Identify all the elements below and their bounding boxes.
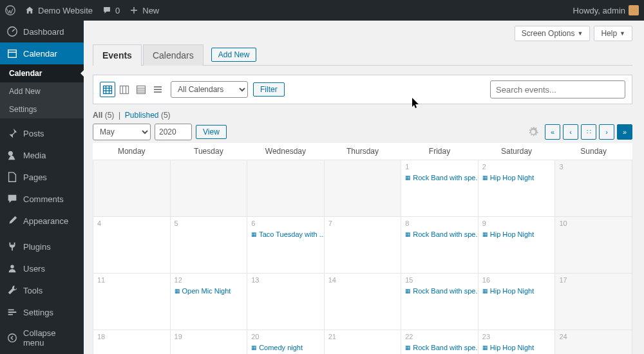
- sidebar-item-collapse-menu[interactable]: Collapse menu: [0, 323, 84, 353]
- sidebar-item-dashboard[interactable]: Dashboard: [0, 21, 84, 42]
- calendar-cell[interactable]: 10: [555, 217, 632, 274]
- event-title: Rock Band with spe...: [413, 174, 478, 182]
- sidebar-item-tools[interactable]: Tools: [0, 279, 84, 301]
- day-number: 10: [555, 217, 632, 230]
- svg-rect-2: [8, 50, 17, 58]
- calendar-cell[interactable]: 24: [555, 330, 632, 355]
- calendar-cell[interactable]: 5: [170, 217, 247, 274]
- page-icon: [6, 171, 18, 183]
- pager-next-button[interactable]: ›: [599, 124, 614, 140]
- calendar-cell[interactable]: [324, 160, 401, 217]
- submenu-item-add-new[interactable]: Add New: [0, 82, 84, 100]
- week-view-icon[interactable]: [117, 82, 132, 97]
- calendar-cell[interactable]: 7: [324, 217, 401, 274]
- calendar-cell[interactable]: 18: [93, 330, 171, 355]
- weekday-header: Saturday: [478, 143, 555, 160]
- calendar-cell[interactable]: 19: [170, 330, 247, 355]
- sidebar-item-posts[interactable]: Posts: [0, 122, 84, 144]
- month-view-icon[interactable]: [100, 82, 115, 97]
- help-button[interactable]: Help▼: [594, 26, 632, 41]
- calendar-event[interactable]: ▦Rock Band with spe...: [401, 286, 478, 295]
- site-link[interactable]: Demo Website: [24, 5, 93, 15]
- calendar-nav: May View « ‹ ∷ › »: [93, 124, 632, 140]
- list-view-icon[interactable]: [150, 82, 166, 97]
- calendar-cell[interactable]: 21: [324, 330, 401, 355]
- filter-published-label: Published: [125, 111, 159, 120]
- pager-last-button[interactable]: »: [617, 124, 632, 140]
- event-title: Hip Hop Night: [490, 230, 534, 238]
- search-input[interactable]: [490, 80, 625, 98]
- pager-prev-button[interactable]: ‹: [563, 124, 578, 140]
- filter-button[interactable]: Filter: [253, 82, 285, 97]
- svg-rect-19: [154, 86, 162, 88]
- calendar-cell[interactable]: 4: [93, 217, 171, 274]
- submenu-item-settings[interactable]: Settings: [0, 100, 84, 118]
- my-account[interactable]: Howdy, admin: [573, 5, 639, 15]
- calendar-event[interactable]: ▦Open Mic Night: [171, 286, 247, 295]
- calendar-event[interactable]: ▦Hip Hop Night: [478, 230, 555, 239]
- calendar-cell[interactable]: 12▦Open Mic Night: [170, 274, 247, 330]
- calendar-event[interactable]: ▦Rock Band with spe...: [401, 343, 478, 352]
- filter-published-link[interactable]: Published: [125, 111, 159, 120]
- calendar-cell[interactable]: 1▦Rock Band with spe...: [401, 160, 478, 217]
- new-content[interactable]: New: [129, 5, 159, 15]
- pager-today-button[interactable]: ∷: [581, 124, 596, 140]
- calendar-icon: [6, 48, 18, 59]
- calendar-event[interactable]: ▦Hip Hop Night: [478, 286, 555, 295]
- calendar-cell[interactable]: 16▦Hip Hop Night: [478, 274, 555, 330]
- day-number: 22: [401, 330, 478, 343]
- calendar-event[interactable]: ▦Rock Band with spe...: [401, 230, 478, 239]
- calendar-cell[interactable]: 3: [555, 160, 632, 217]
- sidebar-item-calendar[interactable]: Calendar: [0, 42, 84, 64]
- sidebar-item-users[interactable]: Users: [0, 257, 84, 279]
- year-input[interactable]: [155, 124, 192, 140]
- sidebar-item-media[interactable]: Media: [0, 144, 84, 166]
- sidebar-item-comments[interactable]: Comments: [0, 188, 84, 210]
- gear-icon[interactable]: [528, 127, 538, 137]
- sidebar-item-pages[interactable]: Pages: [0, 166, 84, 188]
- calendar-cell[interactable]: 9▦Hip Hop Night: [478, 217, 555, 274]
- wp-logo[interactable]: [5, 5, 15, 15]
- submenu-item-calendar[interactable]: Calendar: [0, 64, 84, 82]
- sidebar-item-settings[interactable]: Settings: [0, 301, 84, 323]
- add-new-button[interactable]: Add New: [211, 48, 257, 62]
- tab-calendars[interactable]: Calendars: [143, 44, 204, 66]
- calendar-cell[interactable]: 2▦Hip Hop Night: [478, 160, 555, 217]
- tab-row: Events Calendars Add New: [93, 44, 632, 66]
- calendar-cell[interactable]: 15▦Rock Band with spe...: [401, 274, 478, 330]
- calendar-select[interactable]: All Calendars: [171, 81, 248, 98]
- sidebar-item-label: Pages: [23, 172, 47, 182]
- calendar-cell[interactable]: 22▦Rock Band with spe...: [401, 330, 478, 355]
- comments-link[interactable]: 0: [102, 5, 120, 15]
- event-title: Rock Band with spe...: [413, 230, 478, 238]
- view-label: View: [203, 127, 220, 136]
- calendar-cell[interactable]: 6▦Taco Tuesday with ...: [247, 217, 325, 274]
- calendar-event[interactable]: ▦Hip Hop Night: [478, 343, 555, 352]
- calendar-event[interactable]: ▦Rock Band with spe...: [401, 173, 478, 182]
- calendar-event[interactable]: ▦Hip Hop Night: [478, 173, 555, 182]
- calendar-event[interactable]: ▦Comedy night: [247, 343, 324, 352]
- calendar-cell[interactable]: 17: [555, 274, 632, 330]
- calendar-cell[interactable]: 20▦Comedy night: [247, 330, 325, 355]
- add-new-label: Add New: [218, 50, 250, 59]
- screen-options-button[interactable]: Screen Options▼: [515, 26, 591, 41]
- calendar-cell[interactable]: 8▦Rock Band with spe...: [401, 217, 478, 274]
- day-number: 6: [247, 217, 324, 230]
- tab-events[interactable]: Events: [93, 44, 142, 66]
- calendar-cell[interactable]: [93, 160, 171, 217]
- view-button[interactable]: View: [196, 125, 227, 139]
- sidebar-item-plugins[interactable]: Plugins: [0, 236, 84, 257]
- month-select[interactable]: May: [93, 124, 151, 140]
- day-view-icon[interactable]: [133, 82, 149, 97]
- calendar-cell[interactable]: 11: [93, 274, 171, 330]
- pager-first-button[interactable]: «: [545, 124, 560, 140]
- calendar-cell[interactable]: 14: [324, 274, 401, 330]
- calendar-cell[interactable]: 13: [247, 274, 325, 330]
- calendar-event[interactable]: ▦Taco Tuesday with ...: [247, 230, 324, 239]
- calendar-cell[interactable]: 23▦Hip Hop Night: [478, 330, 555, 355]
- day-number: 14: [325, 274, 401, 286]
- sidebar-item-appearance[interactable]: Appearance: [0, 210, 84, 232]
- day-number: [325, 160, 401, 165]
- calendar-cell[interactable]: [170, 160, 247, 217]
- calendar-cell[interactable]: [247, 160, 325, 217]
